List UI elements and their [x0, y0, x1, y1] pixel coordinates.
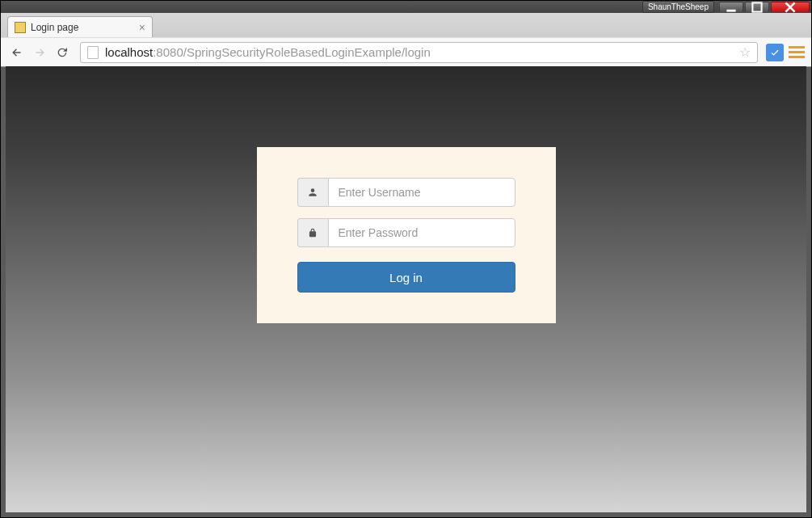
- user-badge: ShaunTheSheep: [642, 1, 714, 13]
- tab-close-button[interactable]: ×: [139, 21, 145, 34]
- close-icon: [785, 2, 796, 13]
- browser-chrome: Login page × localhost:8080/SpringSecuri…: [1, 13, 811, 67]
- minimize-icon: [726, 2, 737, 13]
- arrow-left-icon: [10, 45, 24, 60]
- hamburger-icon: [789, 46, 805, 48]
- username-input[interactable]: [328, 178, 515, 207]
- arrow-right-icon: [32, 45, 47, 60]
- url-bar[interactable]: localhost:8080/SpringSecurityRoleBasedLo…: [80, 42, 758, 63]
- tab-title: Login page: [31, 22, 78, 33]
- url-host: localhost: [105, 45, 153, 59]
- page-viewport: Log in: [6, 66, 806, 512]
- window-minimize-button[interactable]: [719, 2, 743, 12]
- bookmark-star-button[interactable]: ☆: [739, 44, 751, 60]
- check-icon: [770, 48, 780, 57]
- browser-toolbar: localhost:8080/SpringSecurityRoleBasedLo…: [1, 37, 811, 66]
- forward-button[interactable]: [30, 43, 49, 62]
- url-path: :8080/SpringSecurityRoleBasedLoginExampl…: [153, 45, 431, 59]
- back-button[interactable]: [7, 43, 27, 62]
- login-form: Log in: [257, 147, 556, 323]
- user-icon: [297, 178, 328, 207]
- window: ShaunTheSheep Login page ×: [0, 0, 812, 518]
- password-group: [297, 218, 515, 247]
- reload-button[interactable]: [53, 43, 72, 62]
- page-icon: [87, 46, 99, 59]
- menu-button[interactable]: [789, 46, 805, 58]
- password-input[interactable]: [328, 218, 515, 247]
- maximize-icon: [751, 2, 763, 13]
- login-button[interactable]: Log in: [297, 262, 515, 293]
- window-maximize-button[interactable]: [745, 2, 769, 12]
- window-close-button[interactable]: [771, 2, 810, 12]
- titlebar: ShaunTheSheep: [1, 1, 811, 13]
- tab-strip: Login page ×: [1, 13, 811, 37]
- browser-tab[interactable]: Login page ×: [7, 16, 153, 37]
- extension-button[interactable]: [766, 44, 784, 61]
- username-group: [297, 178, 515, 207]
- reload-icon: [56, 46, 69, 59]
- svg-rect-0: [726, 9, 735, 11]
- lock-icon: [297, 218, 328, 247]
- favicon-icon: [15, 22, 26, 33]
- svg-rect-1: [752, 2, 761, 11]
